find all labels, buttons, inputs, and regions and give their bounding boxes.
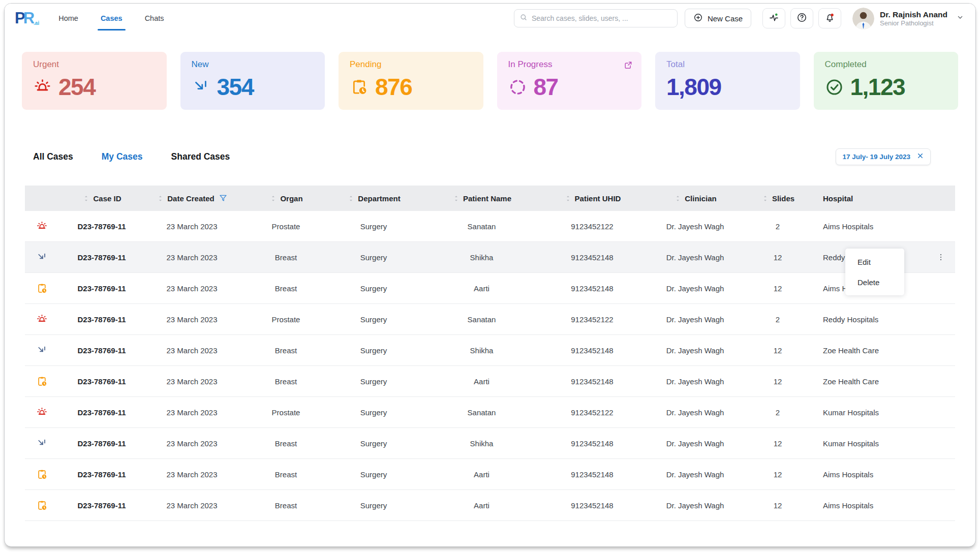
cell-department: Surgery — [333, 315, 414, 324]
cell-date-created: 23 March 2023 — [145, 222, 239, 231]
header-cell-patient-uhid[interactable]: Patient UHID — [549, 194, 635, 203]
stat-card-new[interactable]: New354 — [180, 52, 325, 110]
sort-icon[interactable] — [82, 194, 90, 203]
table-row[interactable]: D23-78769-1123 March 2023BreastSurgerySh… — [25, 335, 955, 366]
column-label: Patient Name — [463, 194, 511, 203]
pending-status-icon — [25, 376, 58, 387]
pending-status-icon — [25, 469, 58, 480]
sort-icon[interactable] — [673, 194, 682, 203]
sort-icon[interactable] — [347, 194, 355, 203]
cell-clinician: Dr. Jayesh Wagh — [635, 408, 755, 417]
stat-label: New — [192, 59, 315, 70]
sort-icon[interactable] — [452, 194, 461, 203]
header-cell-date-created[interactable]: Date Created — [145, 194, 239, 203]
stat-value: 87 — [534, 73, 558, 101]
table-row[interactable]: D23-78769-1123 March 2023BreastSurgeryAa… — [25, 273, 955, 304]
nav-item-home[interactable]: Home — [58, 4, 78, 33]
stat-value: 254 — [58, 73, 95, 101]
tab-shared-cases[interactable]: Shared Cases — [171, 151, 230, 162]
cell-hospital: Kumar Hospitals — [801, 408, 927, 417]
new-status-icon — [25, 345, 58, 356]
header-cell-slides[interactable]: Slides — [755, 194, 801, 203]
sort-icon[interactable] — [269, 194, 278, 203]
siren-icon — [33, 78, 52, 97]
notifications-button[interactable] — [818, 8, 841, 28]
tab-my-cases[interactable]: My Cases — [102, 151, 143, 162]
cell-organ: Prostate — [239, 408, 333, 417]
logo-letter-r: R — [23, 9, 35, 27]
kebab-menu-icon[interactable] — [936, 253, 945, 262]
column-label: Slides — [772, 194, 794, 203]
brand-logo[interactable]: P R .ai — [15, 9, 39, 27]
cell-hospital: Aims Hospitals — [801, 470, 927, 479]
filter-icon[interactable] — [217, 194, 228, 203]
cell-organ: Breast — [239, 501, 333, 510]
help-button[interactable] — [790, 8, 813, 28]
new-case-label: New Case — [708, 14, 743, 23]
table-row[interactable]: D23-78769-1123 March 2023ProstateSurgery… — [25, 397, 955, 428]
cell-clinician: Dr. Jayesh Wagh — [635, 284, 755, 293]
nav-item-cases[interactable]: Cases — [101, 4, 122, 33]
stat-card-in-progress[interactable]: In Progress87 — [497, 52, 642, 110]
activity-button[interactable] — [762, 8, 785, 28]
cell-department: Surgery — [333, 377, 414, 386]
sort-icon[interactable] — [564, 194, 572, 203]
cell-slides: 12 — [755, 377, 801, 386]
sort-icon[interactable] — [761, 194, 770, 203]
user-menu[interactable]: Dr. Rajnish Anand Senior Pathologist — [852, 8, 964, 29]
cell-case-id: D23-78769-11 — [58, 470, 145, 479]
cell-hospital: Zoe Health Care — [801, 377, 927, 386]
table-row[interactable]: D23-78769-1123 March 2023BreastSurgeryAa… — [25, 366, 955, 397]
cell-patient-name: Sanatan — [414, 222, 549, 231]
table-row[interactable]: D23-78769-1123 March 2023BreastSurgeryAa… — [25, 459, 955, 490]
nav-item-chats[interactable]: Chats — [145, 4, 164, 33]
context-menu-item-edit[interactable]: Edit — [845, 252, 904, 272]
cell-organ: Breast — [239, 253, 333, 262]
table-row[interactable]: D23-78769-1123 March 2023BreastSurgeryAa… — [25, 490, 955, 521]
external-link-icon[interactable] — [623, 60, 633, 72]
activity-icon — [769, 12, 779, 24]
header-cell-patient-name[interactable]: Patient Name — [414, 194, 549, 203]
new-case-button[interactable]: New Case — [685, 9, 751, 28]
column-label: Organ — [280, 194, 302, 203]
table-row[interactable]: D23-78769-1123 March 2023ProstateSurgery… — [25, 304, 955, 335]
header-cell-clinician[interactable]: Clinician — [635, 194, 755, 203]
table-row[interactable]: D23-78769-1123 March 2023BreastSurgerySh… — [25, 242, 955, 273]
cell-clinician: Dr. Jayesh Wagh — [635, 253, 755, 262]
cell-date-created: 23 March 2023 — [145, 470, 239, 479]
header-cell-organ[interactable]: Organ — [239, 194, 333, 203]
main-nav: HomeCasesChats — [58, 4, 164, 33]
stat-card-total[interactable]: Total1,809 — [655, 52, 800, 110]
cell-hospital: Aims Hospitals — [801, 501, 927, 510]
cell-department: Surgery — [333, 284, 414, 293]
stat-label: Completed — [825, 59, 948, 70]
header-cell-department[interactable]: Department — [333, 194, 414, 203]
context-menu-item-delete[interactable]: Delete — [845, 272, 904, 292]
cell-slides: 2 — [755, 222, 801, 231]
stat-card-pending[interactable]: Pending876 — [339, 52, 483, 110]
cell-patient-name: Sanatan — [414, 408, 549, 417]
search-input[interactable] — [532, 14, 672, 22]
header-cell-case-id[interactable]: Case ID — [58, 194, 145, 203]
close-icon[interactable] — [916, 152, 924, 162]
stat-value-row: 354 — [192, 73, 315, 101]
stat-card-completed[interactable]: Completed1,123 — [814, 52, 959, 110]
column-label: Hospital — [823, 194, 853, 203]
tab-all-cases[interactable]: All Cases — [33, 151, 73, 162]
cell-clinician: Dr. Jayesh Wagh — [635, 501, 755, 510]
cell-department: Surgery — [333, 470, 414, 479]
date-filter-chip[interactable]: 17 July- 19 July 2023 — [836, 148, 931, 165]
table-row[interactable]: D23-78769-1123 March 2023ProstateSurgery… — [25, 211, 955, 242]
cell-clinician: Dr. Jayesh Wagh — [635, 377, 755, 386]
cell-patient-uhid: 9123452122 — [549, 408, 635, 417]
sort-icon[interactable] — [156, 194, 165, 203]
table-row[interactable]: D23-78769-1123 March 2023BreastSurgerySh… — [25, 428, 955, 459]
stat-card-urgent[interactable]: Urgent254 — [22, 52, 167, 110]
new-status-icon — [25, 252, 58, 263]
cell-department: Surgery — [333, 346, 414, 355]
cell-case-id: D23-78769-11 — [58, 408, 145, 417]
pending-status-icon — [25, 500, 58, 511]
cell-patient-name: Sanatan — [414, 315, 549, 324]
bell-icon — [824, 12, 835, 24]
cell-clinician: Dr. Jayesh Wagh — [635, 439, 755, 448]
